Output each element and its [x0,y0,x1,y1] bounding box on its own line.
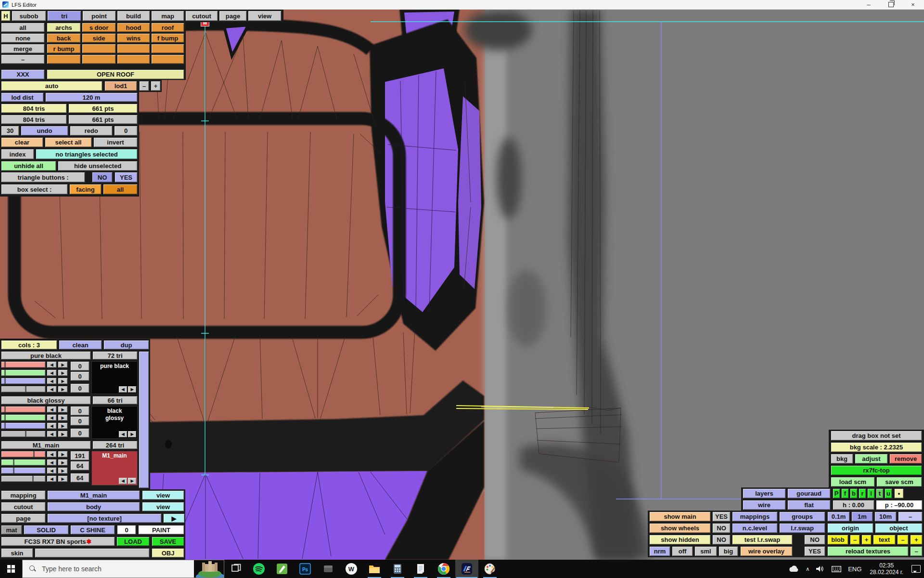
index-button[interactable]: index [1,149,34,159]
menu-map[interactable]: map [151,11,184,21]
swatch-prev-button[interactable]: ◀ [119,386,127,393]
page-value[interactable]: [no texture] [47,513,162,523]
slider-thumb[interactable] [4,370,6,376]
material-1-dec-1[interactable]: ◀ [47,414,57,421]
select-all-parts[interactable]: all [1,23,45,32]
start-button[interactable] [0,560,22,578]
slider-thumb[interactable] [32,476,34,482]
material-1-inc-2[interactable]: ▶ [58,422,68,429]
flat-button[interactable]: flat [787,500,831,510]
material-2-dec-2[interactable]: ◀ [47,467,57,474]
bkg-scale-value[interactable]: bkg scale : 2.2325 [831,442,922,452]
close-button[interactable]: × [902,0,924,9]
language-indicator[interactable]: ENG [845,560,865,578]
triangle-buttons-no[interactable]: NO [92,172,113,183]
origin-button[interactable]: origin [827,523,873,533]
taskbar-icon-paint[interactable] [478,560,501,578]
material-0-dec-1[interactable]: ◀ [47,369,57,376]
part-empty-4[interactable] [47,54,81,64]
material-0-slider-0[interactable] [1,361,46,368]
lrswap-button[interactable]: l.r.swap [779,523,825,533]
layer-p-button[interactable]: P [833,488,840,499]
material-2-value-2[interactable]: 64 [70,473,90,483]
triangle-buttons-yes[interactable]: YES [115,172,138,183]
slider-thumb[interactable] [13,468,14,473]
swatch-next-button[interactable]: ▶ [128,386,136,393]
part-archs[interactable]: archs [47,23,81,32]
material-2-slider-3[interactable] [1,475,46,482]
undo-button[interactable]: undo [21,126,68,136]
swatch-prev-button[interactable]: ◀ [119,478,127,484]
part-f-bump[interactable]: f bump [151,33,184,43]
blob-minus-button[interactable]: – [850,535,860,545]
cols-count[interactable]: cols : 3 [1,340,57,350]
material-0-inc-3[interactable]: ▶ [58,386,68,393]
select-all-button[interactable]: select all [45,137,92,147]
blob-plus-button[interactable]: + [861,535,872,545]
onedrive-icon[interactable] [785,560,802,578]
mat-cshine-button[interactable]: C SHINE [70,525,115,535]
layer-u-button[interactable]: u [885,488,892,499]
material-1-dec-0[interactable]: ◀ [47,406,57,413]
tray-chevron-icon[interactable]: ∧ [802,560,813,578]
clear-button[interactable]: clear [1,137,43,147]
part-r-bump[interactable]: r bump [47,44,81,53]
minus-button[interactable]: – [1,54,45,64]
part-empty-7[interactable] [151,54,184,64]
unhide-all-button[interactable]: unhide all [1,161,56,171]
swatch-prev-button[interactable]: ◀ [119,431,127,437]
heading-value[interactable]: h : 0.00 [833,500,874,510]
volume-icon[interactable] [813,560,828,578]
part-s-door[interactable]: s door [82,23,116,32]
wire-overlay-value[interactable]: YES [804,546,825,556]
material-name-2[interactable]: M1_main [1,441,91,449]
mappings-button[interactable]: mappings [732,512,778,522]
page-next-button[interactable]: ▶ [163,513,185,523]
show-wheels-value[interactable]: NO [712,523,731,533]
material-1-dec-2[interactable]: ◀ [47,422,57,429]
lod-minus-button[interactable]: – [139,81,149,91]
lod-plus-button[interactable]: + [151,81,161,91]
box-select-facing[interactable]: facing [69,184,102,195]
part-wins[interactable]: wins [117,33,150,43]
slider-thumb[interactable] [25,431,26,437]
material-0-dec-0[interactable]: ◀ [47,361,57,368]
mapping-value[interactable]: M1_main [47,490,140,500]
material-1-dec-3[interactable]: ◀ [47,431,57,437]
layer-dot-button[interactable]: ● [894,488,904,499]
obj-button[interactable]: OBJ [152,548,184,558]
part-empty-6[interactable] [117,54,150,64]
show-main-button[interactable]: show main [649,512,711,522]
material-2-inc-0[interactable]: ▶ [58,451,68,458]
material-2-dec-3[interactable]: ◀ [47,475,57,482]
wire-button[interactable]: wire [743,500,786,510]
merge-button[interactable]: merge [1,44,45,53]
layer-l-button[interactable]: l [867,488,875,499]
taskbar-icon-task-view[interactable] [224,560,247,578]
show-hidden-button[interactable]: show hidden [649,535,711,545]
grid-minus-button[interactable]: – [898,512,923,522]
material-2-dec-0[interactable]: ◀ [47,451,57,458]
menu-cutout[interactable]: cutout [185,11,218,21]
taskbar-icon-wallet[interactable] [317,560,340,578]
material-2-inc-2[interactable]: ▶ [58,467,68,474]
taskbar-icon-w-circle[interactable]: W [340,560,363,578]
open-roof-button[interactable]: OPEN ROOF [47,69,184,79]
part-roof[interactable]: roof [151,23,184,32]
action-center-button[interactable] [908,560,924,578]
vehicle-name[interactable]: FC3S RX7 BN sports✱ [1,537,115,546]
layer-t-button[interactable]: t [876,488,884,499]
layer-r-button[interactable]: r [859,488,866,499]
taskbar-icon-lfs-editor[interactable] [455,560,478,578]
hide-unselected-button[interactable]: hide unselected [58,161,138,171]
material-0-value-2[interactable]: 0 [70,383,90,393]
save-scm-button[interactable]: save scm [876,477,922,487]
clean-button[interactable]: clean [59,340,102,350]
material-1-value-1[interactable]: 0 [70,416,90,426]
material-2-inc-3[interactable]: ▶ [58,475,68,482]
menu-h[interactable]: H [1,11,11,21]
layers-button[interactable]: layers [743,488,786,499]
slider-thumb[interactable] [4,415,6,420]
nrm-button[interactable]: nrm [649,546,670,556]
menu-subob[interactable]: subob [12,11,46,21]
